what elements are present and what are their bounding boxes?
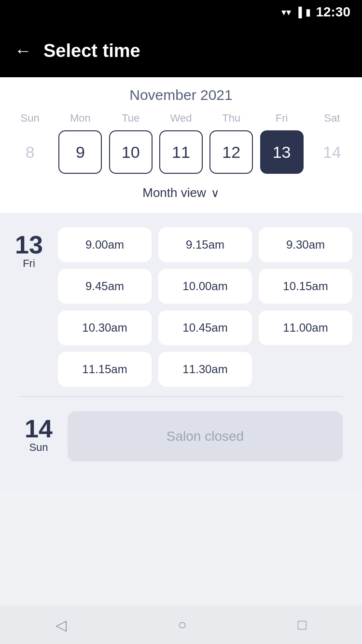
weekday-thu: Thu bbox=[206, 112, 256, 125]
day-14-number: 14 bbox=[25, 416, 53, 441]
slot-1130am[interactable]: 11.30am bbox=[158, 352, 252, 387]
slot-915am[interactable]: 9.15am bbox=[158, 227, 252, 262]
weekday-row: Sun Mon Tue Wed Thu Fri Sat bbox=[0, 112, 362, 125]
day-14-block: 14 Sun Salon closed bbox=[10, 411, 352, 462]
date-cell-14: 14 bbox=[307, 130, 357, 174]
slot-1015am[interactable]: 10.15am bbox=[259, 269, 352, 304]
weekday-fri: Fri bbox=[256, 112, 306, 125]
date-12-button[interactable]: 12 bbox=[209, 130, 253, 174]
slot-930am[interactable]: 9.30am bbox=[259, 227, 352, 262]
date-11-button[interactable]: 11 bbox=[159, 130, 203, 174]
signal-icon: ▐ bbox=[295, 7, 302, 18]
day-13-block: 13 Fri 9.00am 9.15am 9.30am 9.45am 10.00… bbox=[10, 227, 352, 387]
date-cell-10: 10 bbox=[106, 130, 156, 174]
date-cell-9: 9 bbox=[55, 130, 105, 174]
salon-closed-box: Salon closed bbox=[68, 411, 343, 462]
day-13-label: 13 Fri bbox=[10, 227, 48, 387]
weekday-sat: Sat bbox=[307, 112, 357, 125]
nav-home-button[interactable]: ○ bbox=[178, 616, 186, 633]
slot-1030am[interactable]: 10.30am bbox=[58, 310, 152, 345]
date-cell-13: 13 bbox=[256, 130, 306, 174]
slot-1000am[interactable]: 10.00am bbox=[158, 269, 252, 304]
section-divider bbox=[19, 396, 343, 397]
slot-1045am[interactable]: 10.45am bbox=[158, 310, 252, 345]
wifi-icon: ▾▾ bbox=[281, 6, 291, 18]
date-cell-12: 12 bbox=[206, 130, 256, 174]
weekday-sun: Sun bbox=[5, 112, 55, 125]
weekday-wed: Wed bbox=[156, 112, 206, 125]
nav-back-button[interactable]: ◁ bbox=[56, 616, 67, 633]
day-13-slots: 9.00am 9.15am 9.30am 9.45am 10.00am 10.1… bbox=[58, 227, 352, 387]
status-bar: ▾▾ ▐ ▮ 12:30 bbox=[0, 0, 362, 24]
time-section: 13 Fri 9.00am 9.15am 9.30am 9.45am 10.00… bbox=[0, 213, 362, 490]
chevron-down-icon[interactable]: ∨ bbox=[211, 186, 220, 200]
date-10-button[interactable]: 10 bbox=[109, 130, 153, 174]
app-header: ← Select time bbox=[0, 24, 362, 77]
slot-900am[interactable]: 9.00am bbox=[58, 227, 152, 262]
slot-1100am[interactable]: 11.00am bbox=[259, 310, 352, 345]
date-13-button[interactable]: 13 bbox=[260, 130, 304, 174]
back-button[interactable]: ← bbox=[14, 41, 32, 61]
slot-1115am[interactable]: 11.15am bbox=[58, 352, 152, 387]
month-view-label: Month view bbox=[142, 185, 206, 200]
day-14-name: Sun bbox=[29, 441, 48, 454]
date-row: 8 9 10 11 12 13 14 bbox=[0, 130, 362, 174]
bottom-nav: ◁ ○ □ bbox=[0, 605, 362, 644]
nav-recent-button[interactable]: □ bbox=[298, 616, 306, 633]
battery-icon: ▮ bbox=[306, 6, 311, 18]
slot-945am[interactable]: 9.45am bbox=[58, 269, 152, 304]
page-title: Select time bbox=[43, 41, 140, 61]
date-14-button[interactable]: 14 bbox=[310, 130, 354, 174]
calendar-section: November 2021 Sun Mon Tue Wed Thu Fri Sa… bbox=[0, 77, 362, 213]
day-13-name: Fri bbox=[23, 257, 35, 270]
date-9-button[interactable]: 9 bbox=[58, 130, 102, 174]
day-14-label: 14 Sun bbox=[19, 411, 58, 462]
weekday-tue: Tue bbox=[106, 112, 156, 125]
weekday-mon: Mon bbox=[55, 112, 105, 125]
status-icons: ▾▾ ▐ ▮ bbox=[281, 6, 311, 18]
month-view-row[interactable]: Month view ∨ bbox=[0, 181, 362, 208]
day-13-number: 13 bbox=[15, 232, 43, 257]
status-time: 12:30 bbox=[316, 4, 350, 20]
month-year-label: November 2021 bbox=[0, 87, 362, 103]
date-8-button[interactable]: 8 bbox=[8, 130, 52, 174]
date-cell-11: 11 bbox=[156, 130, 206, 174]
date-cell-8: 8 bbox=[5, 130, 55, 174]
